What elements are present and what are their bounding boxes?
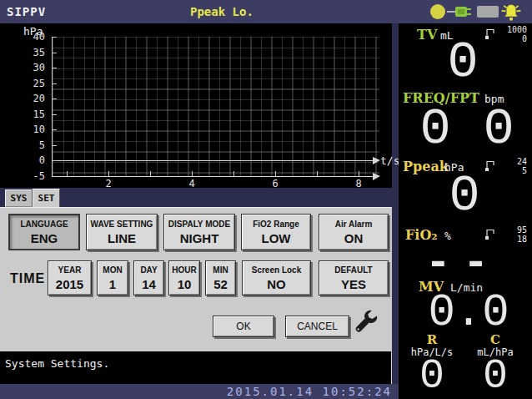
cancel-button[interactable]: CANCEL xyxy=(285,316,349,337)
y-tick-label: 25 xyxy=(17,78,45,89)
button-value: ON xyxy=(344,231,364,245)
y-tick-label: 0 xyxy=(17,154,45,166)
button-value: YES xyxy=(341,277,366,291)
month-button[interactable]: MON 1 xyxy=(97,260,128,295)
datetime-display: 2015.01.14 10:52:24 xyxy=(227,385,392,398)
ventilation-mode-label: SIPPV xyxy=(7,5,46,18)
button-value: ENG xyxy=(31,231,58,245)
y-tick-mark xyxy=(53,98,57,99)
clock-bar: 2015.01.14 10:52:24 xyxy=(0,384,399,399)
x-tick-mark xyxy=(108,171,109,176)
default-button[interactable]: DEFAULT YES xyxy=(319,260,389,295)
y-tick-label: 15 xyxy=(17,109,45,120)
c-label: C xyxy=(490,332,500,347)
tab-sys[interactable]: SYS xyxy=(5,189,33,207)
x-tick-mark xyxy=(233,171,234,176)
status-message: System Settings. xyxy=(5,357,109,370)
monitor-panel: TV mL 1000 0 0 FREQ/FPT bpm 0 0 Ppeak hP… xyxy=(399,23,532,399)
c-value: 0 xyxy=(483,356,508,397)
ok-label: OK xyxy=(236,321,250,332)
y-tick-label: 20 xyxy=(17,93,45,104)
x-tick-mark xyxy=(359,171,359,176)
y-tick-mark xyxy=(53,53,57,53)
y-tick-mark xyxy=(53,68,57,68)
x-axis-arrow xyxy=(373,173,380,180)
button-label: DAY xyxy=(140,265,157,275)
y-tick-mark xyxy=(53,114,57,115)
plot-grid xyxy=(53,37,379,176)
ac-power-icon xyxy=(447,5,475,22)
tv-limit-high: 1000 xyxy=(507,25,527,34)
button-value: 2015 xyxy=(56,277,83,291)
button-value: LOW xyxy=(262,231,291,245)
button-value: 14 xyxy=(142,277,156,291)
time-section-label: TIME xyxy=(10,271,45,286)
zero-baseline-arrow xyxy=(373,157,380,164)
zero-baseline xyxy=(52,160,374,161)
tv-limit-low: 0 xyxy=(522,34,527,43)
fio2-limit-low: 18 xyxy=(517,235,527,244)
ok-button[interactable]: OK xyxy=(213,316,274,337)
wrench-icon[interactable] xyxy=(353,308,379,338)
status-bar: System Settings. xyxy=(0,351,392,384)
hour-button[interactable]: HOUR 10 xyxy=(168,260,200,295)
cancel-label: CANCEL xyxy=(297,321,338,332)
x-tick-mark xyxy=(317,171,318,176)
year-button[interactable]: YEAR 2015 xyxy=(48,260,92,295)
ppeak-value: 0 xyxy=(449,170,479,222)
button-label: LANGUAGE xyxy=(20,220,68,229)
button-label: MIN xyxy=(213,265,228,275)
tv-label: TV xyxy=(417,27,437,43)
ventilator-screen: SIPPV Ppeak Lo. hPa xyxy=(0,0,532,399)
day-button[interactable]: DAY 14 xyxy=(133,260,164,295)
button-label: WAVE SETTING xyxy=(91,220,153,229)
settings-panel: LANGUAGE ENG WAVE SETTING LINE DISPALY M… xyxy=(0,207,392,351)
y-tick-mark xyxy=(53,83,57,84)
y-tick-mark xyxy=(53,37,57,38)
y-tick-label: 35 xyxy=(17,47,45,58)
button-label: FiO2 Range xyxy=(253,220,299,229)
y-tick-label: 40 xyxy=(17,31,45,43)
button-value: LINE xyxy=(108,231,136,245)
button-value: NO xyxy=(267,277,286,291)
y-tick-label: 30 xyxy=(17,62,45,73)
y-tick-label: 10 xyxy=(17,124,45,135)
tab-set[interactable]: SET xyxy=(33,189,60,208)
alarm-message: Ppeak Lo. xyxy=(190,5,253,18)
button-label: Screen Lock xyxy=(252,265,301,275)
button-label: Air Alarm xyxy=(335,220,373,229)
ppeak-limit-low: 5 xyxy=(522,166,527,175)
ppeak-label: Ppeak xyxy=(403,159,449,174)
y-tick-mark xyxy=(53,160,57,161)
wave-setting-button[interactable]: WAVE SETTING LINE xyxy=(86,214,158,250)
tab-strip: SYS SET xyxy=(0,188,392,207)
mv-value: 0.0 xyxy=(428,290,509,336)
fio2-limits: 95 18 xyxy=(499,225,527,244)
tv-value: 0 xyxy=(447,37,478,88)
y-axis-line xyxy=(52,37,53,176)
y-tick-mark xyxy=(53,145,57,146)
button-value: NIGHT xyxy=(180,231,219,245)
r-value: 0 xyxy=(419,356,444,397)
button-label: MON xyxy=(103,265,122,275)
button-label: YEAR xyxy=(58,265,82,275)
x-axis-unit-label: t/s xyxy=(380,154,399,167)
button-label: HOUR xyxy=(172,265,196,275)
fio2-range-button[interactable]: FiO2 Range LOW xyxy=(241,214,311,250)
pressure-waveform-chart: hPa t/s 4035302520151050-52468 xyxy=(0,23,392,188)
top-bar: SIPPV Ppeak Lo. xyxy=(0,0,532,23)
ppeak-limit-high: 24 xyxy=(517,157,527,166)
battery-icon xyxy=(477,6,499,18)
minute-button[interactable]: MIN 52 xyxy=(205,260,236,295)
freq-value-2: 0 xyxy=(483,104,514,155)
screen-lock-button[interactable]: Screen Lock NO xyxy=(242,260,311,295)
language-button[interactable]: LANGUAGE ENG xyxy=(8,214,80,250)
button-value: 52 xyxy=(213,277,228,291)
air-alarm-button[interactable]: Air Alarm ON xyxy=(319,214,389,250)
x-tick-mark xyxy=(275,171,276,176)
r-label: R xyxy=(427,332,437,347)
display-mode-button[interactable]: DISPALY MODE NIGHT xyxy=(163,214,235,250)
button-label: DEFAULT xyxy=(334,265,372,275)
y-tick-label: 5 xyxy=(17,139,45,151)
alarm-limit-icon xyxy=(485,159,496,175)
